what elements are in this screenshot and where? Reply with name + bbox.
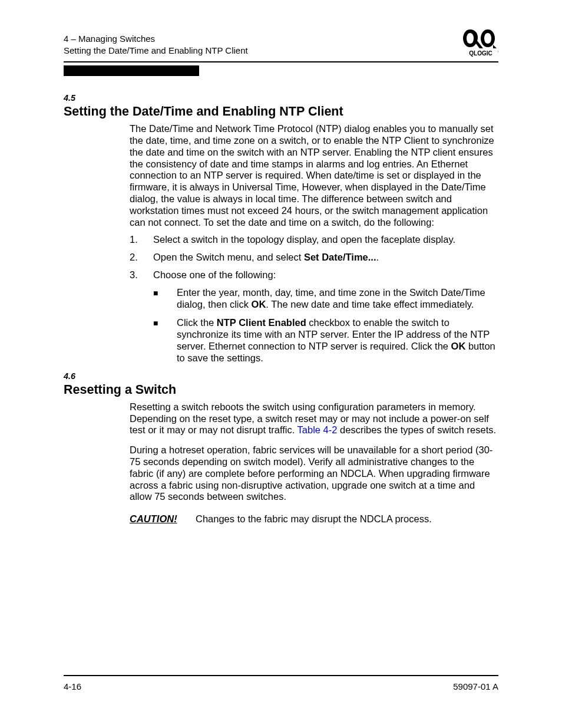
- header-chapter: 4 – Managing Switches: [64, 33, 498, 45]
- square-bullet-icon: ■: [153, 287, 177, 311]
- table-4-2-link[interactable]: Table 4-2: [297, 424, 338, 435]
- bullet-1-text: Enter the year, month, day, time, and ti…: [177, 287, 498, 311]
- step-2-text: Open the Switch menu, and select Set Dat…: [153, 252, 498, 263]
- page-number: 4-16: [64, 681, 81, 691]
- step-number-3: 3.: [130, 269, 153, 281]
- header-section: Setting the Date/Time and Enabling NTP C…: [64, 45, 498, 57]
- intro-paragraph: The Date/Time and Network Time Protocol …: [130, 123, 498, 228]
- logo-text: QLOGIC: [469, 50, 492, 57]
- bullet-2-text: Click the NTP Client Enabled checkbox to…: [177, 317, 498, 364]
- doc-number: 59097-01 A: [453, 681, 498, 691]
- step-3-text: Choose one of the following:: [153, 269, 498, 281]
- step-number-1: 1.: [130, 234, 153, 246]
- caution-text: Changes to the fabric may disrupt the ND…: [196, 513, 432, 525]
- caution-label: CAUTION!: [130, 513, 196, 525]
- reset-paragraph-2: During a hotreset operation, fabric serv…: [130, 444, 498, 503]
- reset-paragraph-1: Resetting a switch reboots the switch us…: [130, 401, 498, 436]
- section-number-4-6: 4.6: [64, 371, 498, 381]
- svg-text:™: ™: [497, 50, 498, 54]
- header-blackbar: [64, 65, 199, 76]
- section-number-4-5: 4.5: [64, 93, 498, 103]
- heading-resetting-switch: Resetting a Switch: [64, 383, 498, 398]
- heading-setting-date-time: Setting the Date/Time and Enabling NTP C…: [64, 104, 498, 120]
- step-1-text: Select a switch in the topology display,…: [153, 234, 498, 246]
- step-number-2: 2.: [130, 252, 153, 263]
- header-rule: [64, 61, 498, 62]
- footer-rule: [64, 675, 498, 676]
- qlogic-logo: QLOGIC ™: [463, 28, 498, 58]
- square-bullet-icon: ■: [153, 317, 177, 364]
